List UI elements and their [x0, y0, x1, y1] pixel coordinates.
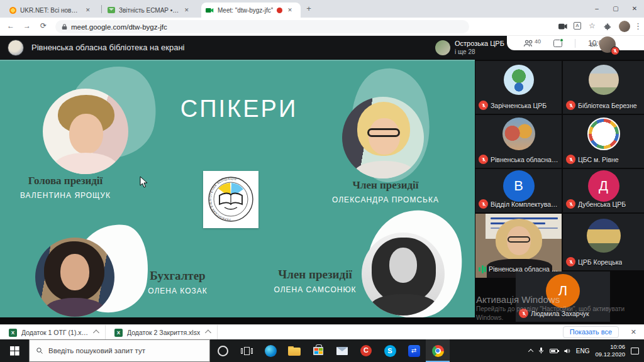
- mic-muted-icon: [566, 101, 575, 110]
- shared-screen-slide: СПІКЕРИ Голова президії ВАЛЕНТИНА ЯРОЩУК…: [0, 60, 475, 317]
- windows-logo-icon: [10, 346, 19, 356]
- screen: UKR.NET: Всі новини України, о ✕ Звітніс…: [0, 0, 644, 362]
- speaker-photo-valentyna: [43, 89, 128, 174]
- teamviewer-button[interactable]: ⇄: [402, 339, 426, 362]
- window-close-button[interactable]: ✕: [625, 0, 644, 18]
- tab-close-icon[interactable]: ✕: [286, 6, 294, 14]
- participant-tile[interactable]: ЦБС м. Рівне: [563, 115, 644, 168]
- speaker-name: ВАЛЕНТИНА ЯРОЩУК: [11, 191, 119, 200]
- participants-count: 40: [535, 38, 541, 45]
- action-center-icon[interactable]: [631, 348, 639, 354]
- participant-name: Бібліотека Березне: [578, 102, 637, 109]
- tab-freemail[interactable]: Звітність ECMAP • public_libr@u ✕: [103, 3, 200, 18]
- cortana-icon: [218, 346, 228, 356]
- cortana-button[interactable]: [211, 339, 235, 362]
- participant-name: Зарічненська ЦРБ: [491, 102, 547, 109]
- window-minimize-button[interactable]: –: [587, 0, 606, 18]
- participant-avatar: [589, 65, 619, 95]
- file-explorer-button[interactable]: [282, 339, 306, 362]
- tab-close-icon[interactable]: ✕: [183, 6, 191, 14]
- mic-muted-icon: [566, 155, 575, 164]
- tab-title: UKR.NET: Всі новини України, о: [20, 7, 80, 14]
- menu-kebab-icon[interactable]: ⋮: [634, 21, 642, 31]
- meet-header: Рівненська обласна бібліотека на екрані …: [0, 36, 644, 60]
- participant-avatar: [502, 118, 535, 150]
- speaker-block: Голова президії ВАЛЕНТИНА ЯРОЩУК: [11, 175, 119, 200]
- tab-close-icon[interactable]: ✕: [84, 6, 92, 14]
- camera-capture-icon[interactable]: [558, 23, 567, 30]
- taskbar-search[interactable]: [29, 339, 210, 362]
- excel-file-icon: X: [9, 329, 17, 337]
- toolbar-divider: [575, 39, 575, 48]
- reload-icon[interactable]: ⟳: [38, 21, 49, 30]
- speaker-photo-olena-samsoniuk: [362, 233, 445, 315]
- battery-icon[interactable]: [550, 349, 558, 353]
- clock-date[interactable]: 10:06 09.12.2020: [595, 343, 625, 358]
- participant-video-tile[interactable]: Рівненська обласна бі...: [475, 214, 562, 278]
- chrome-button[interactable]: [426, 339, 450, 362]
- tab-ukrnet[interactable]: UKR.NET: Всі новини України, о ✕: [5, 3, 101, 18]
- participant-tile[interactable]: Зарічненська ЦРБ: [475, 61, 562, 114]
- slide-title: СПІКЕРИ: [162, 96, 316, 123]
- chat-button[interactable]: [553, 40, 562, 47]
- translate-icon[interactable]: A: [574, 22, 581, 30]
- tray-microphone-icon[interactable]: [538, 347, 544, 354]
- participant-tile[interactable]: Д Дубенська ЦРБ: [563, 169, 644, 212]
- tab-title: Meet: "dtw-bygz-jfc": [218, 7, 273, 14]
- tray-expand-chevron-icon[interactable]: [528, 349, 533, 354]
- url-text: meet.google.com/dtw-bygz-jfc: [71, 23, 167, 31]
- participant-name: Дубенська ЦРБ: [578, 200, 626, 208]
- padlock-icon: [62, 23, 67, 30]
- download-bar: X Додаток 1 ОТГ (1).xlsx X Додаток 2 Зак…: [0, 324, 644, 339]
- taskbar-app-icons: C S ⇄: [211, 339, 450, 362]
- participant-tile[interactable]: ЦРБ Корецька: [563, 214, 644, 270]
- ccleaner-button[interactable]: C: [354, 339, 378, 362]
- browser-tab-strip: UKR.NET: Всі новини України, о ✕ Звітніс…: [0, 0, 644, 18]
- participant-tile[interactable]: В Відділ Комплектування: [475, 169, 562, 212]
- url-omnibox[interactable]: meet.google.com/dtw-bygz-jfc: [55, 20, 469, 33]
- profile-avatar[interactable]: [619, 21, 630, 32]
- mail-favicon: [108, 7, 115, 13]
- edge-button[interactable]: [258, 339, 282, 362]
- pinned-participant[interactable]: Острозька ЦРБ і ще 28: [435, 36, 504, 60]
- bookmark-star-icon[interactable]: ☆: [589, 21, 596, 30]
- window-maximize-button[interactable]: ▢: [606, 0, 625, 18]
- speaking-indicator-icon: [479, 264, 486, 274]
- show-all-downloads-button[interactable]: Показать все: [563, 326, 619, 338]
- new-tab-button[interactable]: +: [303, 3, 314, 14]
- participant-name: ЦБС м. Рівне: [578, 156, 619, 163]
- close-download-bar-icon[interactable]: ✕: [631, 328, 636, 336]
- volume-icon[interactable]: [564, 348, 570, 354]
- windows-activation-watermark: Активація Windows Перейдіть до розділу "…: [476, 294, 641, 322]
- download-item[interactable]: X Додаток 1 ОТГ (1).xlsx: [0, 325, 106, 340]
- download-item[interactable]: X Додаток 2 Закриття.xlsx: [106, 325, 218, 340]
- chevron-up-icon[interactable]: [205, 329, 211, 336]
- task-view-button[interactable]: [235, 339, 258, 362]
- watermark-line: Перейдіть до розділу "Настройки", щоб ак…: [476, 305, 641, 314]
- search-input[interactable]: [48, 347, 193, 354]
- mail-button[interactable]: [330, 339, 354, 362]
- participant-tile[interactable]: Бібліотека Березне: [563, 61, 644, 114]
- extensions-icon[interactable]: [604, 23, 611, 31]
- microsoft-store-button[interactable]: [306, 339, 330, 362]
- participants-button[interactable]: 40: [523, 40, 541, 47]
- ccleaner-icon: C: [360, 345, 372, 356]
- pinned-more-count: і ще 28: [455, 48, 504, 57]
- watermark-title: Активація Windows: [476, 294, 641, 305]
- back-icon[interactable]: ←: [5, 21, 16, 30]
- participant-tile[interactable]: Рівненська обласна бі...: [475, 115, 562, 168]
- skype-button[interactable]: S: [378, 339, 402, 362]
- start-button[interactable]: [0, 339, 29, 362]
- windows-taskbar: C S ⇄ ENG 10:06 09.12.2020: [0, 339, 644, 362]
- tab-meet-active[interactable]: Meet: "dtw-bygz-jfc" ✕: [201, 3, 301, 18]
- participant-avatar: [587, 219, 621, 253]
- speaker-block: Член президії ОЛЕНА САМСОНЮК: [265, 268, 365, 294]
- language-indicator[interactable]: ENG: [576, 348, 590, 354]
- forward-icon[interactable]: →: [21, 21, 33, 30]
- pinned-avatar: [435, 40, 450, 55]
- speaker-block: Бухгалтер ОЛЕНА КОЗАК: [132, 269, 223, 295]
- search-icon: [36, 347, 43, 354]
- speaker-photo-oleksandra: [342, 97, 424, 178]
- self-view[interactable]: Ви: [590, 36, 616, 53]
- chevron-up-icon[interactable]: [93, 329, 99, 336]
